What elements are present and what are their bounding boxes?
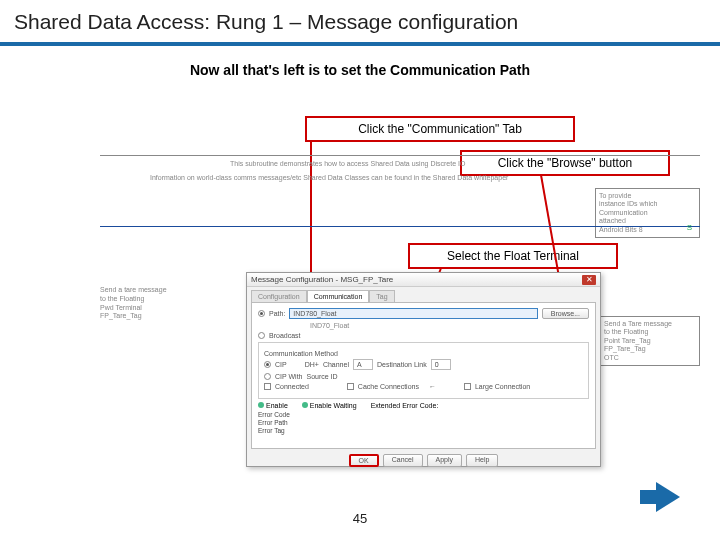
- close-icon[interactable]: ✕: [582, 275, 596, 285]
- path-hint: IND70_Float: [310, 322, 349, 329]
- comm-method-fieldset: Communication Method CIP DH+ Channel A D…: [258, 342, 589, 399]
- chk-large[interactable]: [464, 383, 471, 390]
- status-bullet-icon: [302, 402, 308, 408]
- tab-tag[interactable]: Tag: [369, 290, 394, 302]
- comment-text: This subroutine demonstrates how to acce…: [230, 160, 465, 167]
- instruction-block: Send a Tare message to the Floating Poin…: [600, 316, 700, 366]
- dialog-body: Path: IND780_Float Browse... IND70_Float…: [251, 302, 596, 449]
- status-row: Enable Enable Waiting Extended Error Cod…: [258, 402, 589, 409]
- comm-method-label: Communication Method: [264, 350, 583, 357]
- comment-text: Information on world-class comms message…: [150, 174, 508, 181]
- page-number: 45: [0, 511, 720, 526]
- ok-button[interactable]: OK: [349, 454, 379, 467]
- tab-configuration[interactable]: Configuration: [251, 290, 307, 302]
- dialog-title: Message Configuration - MSG_FP_Tare: [251, 275, 393, 284]
- broadcast-label: Broadcast: [269, 332, 301, 339]
- chk-connected[interactable]: [264, 383, 271, 390]
- cancel-button[interactable]: Cancel: [383, 454, 423, 467]
- callout-communication-tab: Click the "Communication" Tab: [305, 116, 575, 142]
- radio-cipwith[interactable]: [264, 373, 271, 380]
- dialog-footer: OK Cancel Apply Help: [247, 451, 600, 469]
- error-list: Error Code Error Path Error Tag: [258, 411, 589, 435]
- rung-comment: Send a tare message to the Floating Pwd …: [100, 286, 167, 321]
- help-button[interactable]: Help: [466, 454, 498, 467]
- dialog-tabs: Configuration Communication Tag: [251, 290, 596, 302]
- radio-cip[interactable]: [264, 361, 271, 368]
- path-label: Path:: [269, 310, 285, 317]
- dialog-titlebar: Message Configuration - MSG_FP_Tare ✕: [247, 273, 600, 287]
- status-bullet-icon: [258, 402, 264, 408]
- destlink-field[interactable]: 0: [431, 359, 451, 370]
- browse-button[interactable]: Browse...: [542, 308, 589, 319]
- chk-cache[interactable]: [347, 383, 354, 390]
- rung-wire: [100, 226, 700, 227]
- apply-button[interactable]: Apply: [427, 454, 463, 467]
- slide-title-bar: Shared Data Access: Rung 1 – Message con…: [0, 0, 720, 46]
- radio-path[interactable]: [258, 310, 265, 317]
- channel-field[interactable]: A: [353, 359, 373, 370]
- next-arrow-icon[interactable]: [640, 490, 656, 504]
- anb-label: S: [687, 223, 692, 232]
- slide-subtitle: Now all that's left is to set the Commun…: [0, 62, 720, 78]
- path-field[interactable]: IND780_Float: [289, 308, 537, 319]
- instruction-block: To provide instance IDs which Communicat…: [595, 188, 700, 238]
- tab-communication[interactable]: Communication: [307, 290, 370, 302]
- message-config-dialog: Message Configuration - MSG_FP_Tare ✕ Co…: [246, 272, 601, 467]
- next-arrow-icon[interactable]: [656, 482, 680, 512]
- radio-broadcast[interactable]: [258, 332, 265, 339]
- slide-title: Shared Data Access: Rung 1 – Message con…: [14, 10, 706, 34]
